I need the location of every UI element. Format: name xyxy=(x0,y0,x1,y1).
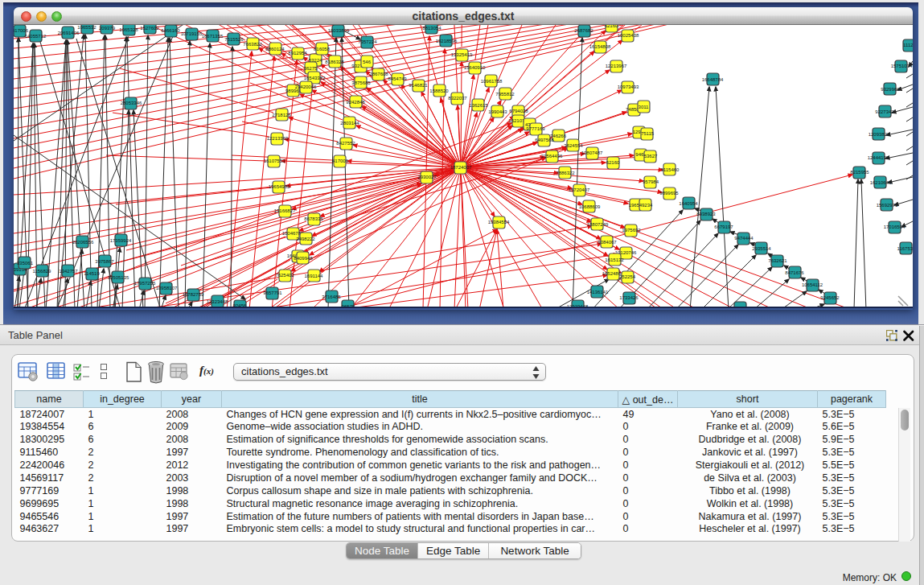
svg-text:7625402: 7625402 xyxy=(275,273,294,278)
svg-text:3975867: 3975867 xyxy=(95,259,114,264)
svg-text:19218596: 19218596 xyxy=(436,39,458,43)
svg-text:20206556: 20206556 xyxy=(72,240,94,245)
svg-text:8938923: 8938923 xyxy=(696,212,716,216)
svg-text:9115460: 9115460 xyxy=(661,167,680,172)
svg-text:13325419: 13325419 xyxy=(451,52,473,57)
svg-text:16154808: 16154808 xyxy=(589,44,611,49)
svg-text:16671355: 16671355 xyxy=(202,34,224,39)
svg-text:417006: 417006 xyxy=(14,28,29,33)
svg-text:92456: 92456 xyxy=(733,306,747,308)
svg-text:816058: 816058 xyxy=(314,47,331,51)
svg-text:1362615: 1362615 xyxy=(469,103,488,108)
svg-text:16648784: 16648784 xyxy=(702,77,724,82)
svg-text:1342757: 1342757 xyxy=(59,269,78,274)
svg-text:7886322: 7886322 xyxy=(556,171,575,175)
svg-text:417006: 417006 xyxy=(332,159,349,163)
svg-text:17359924: 17359924 xyxy=(110,238,132,243)
svg-text:10025438: 10025438 xyxy=(618,33,639,38)
svg-text:96575: 96575 xyxy=(342,304,355,308)
svg-text:9146821: 9146821 xyxy=(409,83,428,88)
svg-text:1527602: 1527602 xyxy=(140,26,159,31)
svg-text:15720407: 15720407 xyxy=(569,187,590,192)
svg-text:2718126: 2718126 xyxy=(272,113,291,117)
svg-text:546: 546 xyxy=(363,60,372,64)
svg-text:9084067: 9084067 xyxy=(598,240,617,245)
svg-text:8454749: 8454749 xyxy=(388,76,407,81)
svg-text:8678335: 8678335 xyxy=(304,216,323,221)
svg-text:2803144: 2803144 xyxy=(340,121,359,126)
svg-text:9657791: 9657791 xyxy=(263,290,282,295)
svg-text:19654985: 19654985 xyxy=(269,184,290,189)
svg-text:6679197: 6679197 xyxy=(714,225,733,229)
svg-text:12213369: 12213369 xyxy=(267,136,289,141)
svg-text:1065532: 1065532 xyxy=(77,25,97,30)
svg-text:3011: 3011 xyxy=(639,105,650,109)
svg-text:12323448: 12323448 xyxy=(567,304,589,308)
svg-text:12323448: 12323448 xyxy=(207,299,228,304)
svg-text:16782759: 16782759 xyxy=(183,292,204,297)
svg-text:8409948: 8409948 xyxy=(294,256,313,261)
svg-text:17016504: 17016504 xyxy=(884,225,906,229)
svg-text:14136141: 14136141 xyxy=(587,290,609,295)
svg-text:1167534: 1167534 xyxy=(897,246,913,251)
svg-text:2935514: 2935514 xyxy=(752,246,771,251)
svg-text:15692971: 15692971 xyxy=(877,203,898,208)
svg-text:16543382: 16543382 xyxy=(304,76,326,80)
svg-text:9242848: 9242848 xyxy=(346,100,365,105)
svg-text:1733426: 1733426 xyxy=(619,295,639,300)
svg-text:1156829: 1156829 xyxy=(33,269,52,274)
svg-text:16210643: 16210643 xyxy=(870,180,892,185)
svg-text:23420046: 23420046 xyxy=(295,84,317,89)
svg-text:7632621: 7632621 xyxy=(768,258,787,263)
svg-text:20691406: 20691406 xyxy=(58,31,80,35)
svg-text:3875685: 3875685 xyxy=(351,80,371,85)
svg-text:8322037: 8322037 xyxy=(448,96,467,101)
svg-text:12444195: 12444195 xyxy=(868,155,889,160)
svg-text:6466160: 6466160 xyxy=(161,28,180,33)
svg-text:16033809: 16033809 xyxy=(328,28,350,33)
svg-text:10688609: 10688609 xyxy=(579,204,601,209)
svg-text:335061: 335061 xyxy=(17,261,34,266)
svg-text:18724007: 18724007 xyxy=(450,165,472,170)
svg-text:1615132: 1615132 xyxy=(605,257,624,262)
svg-text:62160: 62160 xyxy=(606,160,620,165)
svg-text:3716485: 3716485 xyxy=(322,295,341,299)
svg-text:10807487: 10807487 xyxy=(581,150,603,155)
svg-text:16107553: 16107553 xyxy=(264,159,285,163)
svg-text:8813054: 8813054 xyxy=(422,26,441,31)
svg-text:8912954: 8912954 xyxy=(288,51,307,56)
svg-text:11124: 11124 xyxy=(903,43,913,47)
svg-text:209379: 209379 xyxy=(99,26,116,31)
svg-text:7955812: 7955812 xyxy=(495,92,515,97)
svg-text:1990443: 1990443 xyxy=(488,109,507,114)
svg-text:7663822: 7663822 xyxy=(243,42,262,47)
svg-text:8427552: 8427552 xyxy=(336,141,355,146)
svg-text:19166827: 19166827 xyxy=(274,208,296,213)
svg-text:6794028: 6794028 xyxy=(509,109,528,113)
svg-text:7357224: 7357224 xyxy=(358,39,377,44)
svg-text:1065328: 1065328 xyxy=(119,27,138,32)
svg-text:3624554: 3624554 xyxy=(564,143,583,148)
svg-text:53627: 53627 xyxy=(644,154,658,159)
svg-text:9777169: 9777169 xyxy=(526,126,545,131)
svg-text:75115: 75115 xyxy=(641,131,655,136)
svg-text:17957255: 17957255 xyxy=(134,281,156,286)
svg-text:12093822: 12093822 xyxy=(869,132,890,137)
svg-text:8860124: 8860124 xyxy=(265,47,285,51)
svg-text:1691144: 1691144 xyxy=(305,274,324,278)
svg-text:3498222: 3498222 xyxy=(296,237,315,241)
svg-text:1975692: 1975692 xyxy=(622,228,641,233)
svg-text:252254: 252254 xyxy=(619,274,636,279)
svg-text:957984: 957984 xyxy=(643,179,659,184)
svg-text:9245652: 9245652 xyxy=(820,295,840,300)
svg-text:2687682: 2687682 xyxy=(574,28,593,33)
svg-text:19384554: 19384554 xyxy=(488,220,510,225)
svg-text:18807249: 18807249 xyxy=(587,222,609,227)
svg-text:1640954: 1640954 xyxy=(679,201,698,206)
svg-text:8215955: 8215955 xyxy=(850,170,869,175)
svg-text:10961758: 10961758 xyxy=(481,79,503,84)
svg-text:28053346: 28053346 xyxy=(121,101,142,105)
svg-text:6497568: 6497568 xyxy=(535,138,554,142)
svg-text:114519: 114519 xyxy=(84,271,100,276)
svg-text:36275: 36275 xyxy=(304,66,318,71)
